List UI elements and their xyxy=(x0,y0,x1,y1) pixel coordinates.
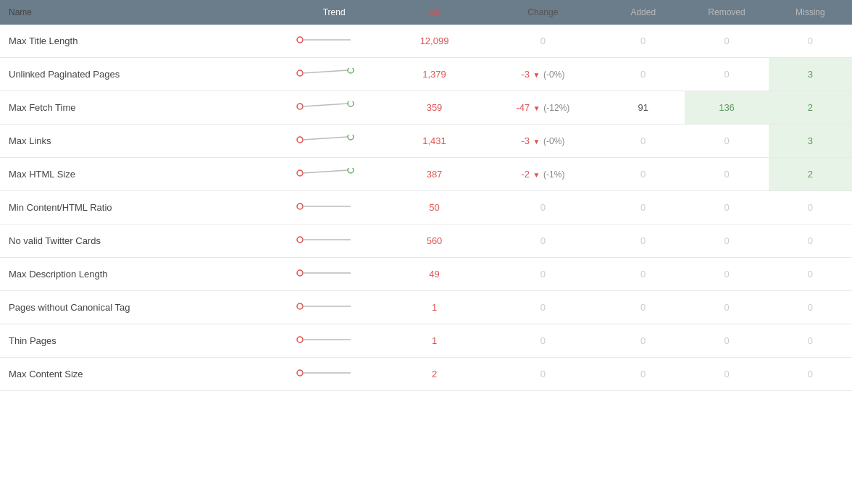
table-row[interactable]: Max Title Length 12,0990000 xyxy=(0,25,852,58)
cell-missing: 3 xyxy=(769,58,852,91)
cell-name: Pages without Canonical Tag xyxy=(0,291,284,324)
cell-name: Max Description Length xyxy=(0,258,284,291)
cell-missing: 0 xyxy=(769,258,852,291)
removed-value: 0 xyxy=(724,235,729,246)
cell-trend xyxy=(284,91,384,125)
svg-line-9 xyxy=(303,137,348,140)
change-zero: 0 xyxy=(540,235,546,246)
cell-added: 0 xyxy=(601,224,685,258)
cell-change: 0 xyxy=(485,25,601,58)
table-row[interactable]: Max Links 1,431-3 ▼ (-0%)003 xyxy=(0,125,852,158)
removed-value: 0 xyxy=(724,302,729,313)
table-row[interactable]: Max Fetch Time 359-47 ▼ (-12%)911362 xyxy=(0,91,852,125)
cell-missing: 0 xyxy=(769,291,852,324)
table-row[interactable]: Unlinked Paginated Pages 1,379-3 ▼ (-0%)… xyxy=(0,58,852,91)
svg-point-0 xyxy=(297,37,303,43)
cell-trend xyxy=(284,358,384,391)
svg-line-12 xyxy=(303,170,348,173)
cell-name: Max Fetch Time xyxy=(0,91,284,125)
missing-value: 2 xyxy=(808,102,813,113)
cell-trend xyxy=(284,258,384,291)
cell-removed: 0 xyxy=(685,324,768,358)
change-value: -3 ▼ xyxy=(521,135,540,146)
cell-removed: 0 xyxy=(685,358,768,391)
svg-line-6 xyxy=(303,104,348,106)
header-all: All xyxy=(384,0,484,25)
change-zero: 0 xyxy=(540,35,546,46)
added-value: 0 xyxy=(640,269,646,280)
cell-added: 0 xyxy=(601,58,685,91)
cell-added: 0 xyxy=(601,291,685,324)
cell-name: Unlinked Paginated Pages xyxy=(0,58,284,91)
added-value: 0 xyxy=(640,35,646,46)
cell-removed: 0 xyxy=(685,291,768,324)
main-table-wrapper: Name Trend All Change Added Removed Miss… xyxy=(0,0,852,391)
cell-removed: 0 xyxy=(685,58,768,91)
removed-value: 0 xyxy=(724,169,729,180)
missing-value: 0 xyxy=(808,369,813,379)
svg-point-18 xyxy=(297,270,303,276)
cell-change: -3 ▼ (-0%) xyxy=(485,58,601,91)
cell-trend xyxy=(284,291,384,324)
cell-added: 0 xyxy=(601,191,685,224)
svg-point-8 xyxy=(297,137,303,143)
table-row[interactable]: Max Description Length 490000 xyxy=(0,258,852,291)
missing-value: 0 xyxy=(808,335,813,346)
header-trend: Trend xyxy=(284,0,384,25)
table-row[interactable]: Min Content/HTML Ratio 500000 xyxy=(0,191,852,224)
cell-removed: 0 xyxy=(685,125,768,158)
svg-point-7 xyxy=(348,101,354,106)
table-row[interactable]: Pages without Canonical Tag 10000 xyxy=(0,291,852,324)
cell-all: 560 xyxy=(384,224,484,258)
cell-change: 0 xyxy=(485,324,601,358)
table-row[interactable]: Max HTML Size 387-2 ▼ (-1%)002 xyxy=(0,158,852,191)
missing-value: 0 xyxy=(808,35,813,46)
cell-missing: 0 xyxy=(769,358,852,391)
added-value: 0 xyxy=(640,169,646,180)
cell-all: 1 xyxy=(384,291,484,324)
cell-trend xyxy=(284,25,384,58)
cell-all: 50 xyxy=(384,191,484,224)
svg-point-10 xyxy=(348,135,354,140)
cell-all: 1,431 xyxy=(384,125,484,158)
cell-all: 1,379 xyxy=(384,58,484,91)
removed-value: 0 xyxy=(724,35,729,46)
svg-point-16 xyxy=(297,237,303,243)
cell-missing: 2 xyxy=(769,91,852,125)
table-body: Max Title Length 12,0990000Unlinked Pagi… xyxy=(0,25,852,391)
svg-point-5 xyxy=(297,104,303,109)
missing-value: 0 xyxy=(808,202,813,213)
change-zero: 0 xyxy=(540,369,546,379)
cell-missing: 3 xyxy=(769,125,852,158)
cell-name: Max HTML Size xyxy=(0,158,284,191)
cell-trend xyxy=(284,125,384,158)
cell-all: 12,099 xyxy=(384,25,484,58)
svg-point-11 xyxy=(297,170,303,176)
added-value: 0 xyxy=(640,235,646,246)
added-value: 0 xyxy=(640,135,646,146)
cell-change: -2 ▼ (-1%) xyxy=(485,158,601,191)
cell-all: 2 xyxy=(384,358,484,391)
removed-value: 0 xyxy=(724,369,729,379)
table-row[interactable]: Max Content Size 20000 xyxy=(0,358,852,391)
cell-change: 0 xyxy=(485,291,601,324)
cell-trend xyxy=(284,191,384,224)
table-row[interactable]: No valid Twitter Cards 5600000 xyxy=(0,224,852,258)
cell-missing: 0 xyxy=(769,25,852,58)
removed-value: 0 xyxy=(724,269,729,280)
header-name: Name xyxy=(0,0,284,25)
cell-removed: 136 xyxy=(685,91,768,125)
cell-removed: 0 xyxy=(685,158,768,191)
svg-point-4 xyxy=(348,68,354,73)
cell-removed: 0 xyxy=(685,25,768,58)
missing-value: 0 xyxy=(808,302,813,313)
header-added: Added xyxy=(601,0,685,25)
cell-name: Max Links xyxy=(0,125,284,158)
table-row[interactable]: Thin Pages 10000 xyxy=(0,324,852,358)
change-zero: 0 xyxy=(540,202,546,213)
cell-all: 387 xyxy=(384,158,484,191)
removed-value: 0 xyxy=(724,135,729,146)
cell-name: Thin Pages xyxy=(0,324,284,358)
removed-value: 0 xyxy=(724,69,729,80)
svg-line-3 xyxy=(303,70,348,73)
